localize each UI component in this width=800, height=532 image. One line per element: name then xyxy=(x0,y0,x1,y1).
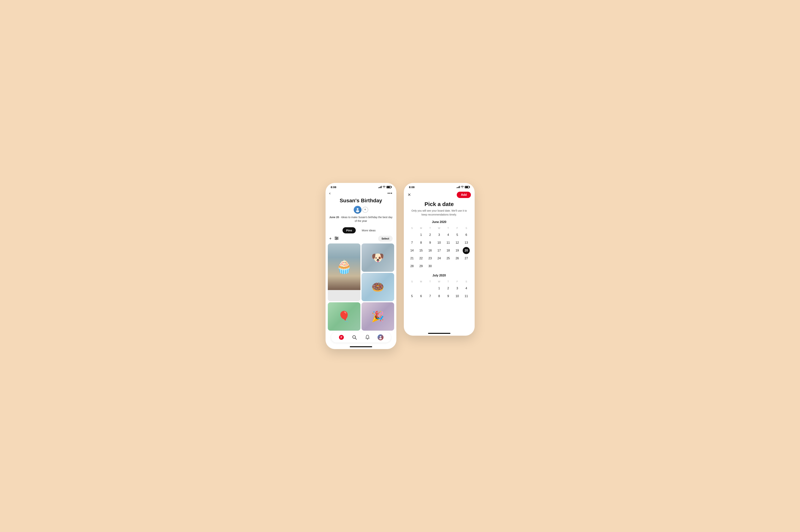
june-day-14[interactable]: 14 xyxy=(408,247,415,254)
board-desc-text: · Ideas to make Susan's birthday the bes… xyxy=(339,216,392,223)
day-header-f2: F xyxy=(453,280,462,284)
june-day-22[interactable]: 22 xyxy=(417,255,425,262)
board-description: June 20 · Ideas to make Susan's birthday… xyxy=(329,215,393,223)
june-empty-5 xyxy=(463,263,470,270)
nav-search-button[interactable] xyxy=(351,334,358,341)
june-day-8[interactable]: 8 xyxy=(417,239,425,246)
june-empty-3 xyxy=(445,263,452,270)
phone-date-picker: 8:08 ✕ Add Pick a date O xyxy=(404,183,475,336)
tabs-container: Pins More ideas xyxy=(325,226,396,236)
toolbar-left: + xyxy=(329,236,339,241)
june-day-3[interactable]: 3 xyxy=(435,231,443,239)
july-month-title: July 2020 xyxy=(408,274,471,277)
june-day-19[interactable]: 19 xyxy=(454,247,461,254)
july-day-4[interactable]: 4 xyxy=(463,285,470,292)
june-day-17[interactable]: 17 xyxy=(435,247,443,254)
board-title: Susan's Birthday xyxy=(329,198,393,204)
tab-more-ideas[interactable]: More ideas xyxy=(358,227,379,233)
add-button[interactable]: Add xyxy=(457,192,471,198)
june-day-24[interactable]: 24 xyxy=(435,255,443,262)
day-header-m2: M xyxy=(416,280,426,284)
june-empty-1 xyxy=(408,231,415,239)
back-button[interactable]: ‹ xyxy=(329,191,331,196)
june-day-1[interactable]: 1 xyxy=(417,231,425,239)
june-day-2[interactable]: 2 xyxy=(427,231,434,239)
home-indicator-2 xyxy=(428,333,450,334)
phone-board: 8:08 ‹ ••• Susan xyxy=(325,183,396,349)
july-day-11[interactable]: 11 xyxy=(463,293,470,300)
june-day-15[interactable]: 15 xyxy=(417,247,425,254)
svg-point-7 xyxy=(336,239,337,240)
avatar-container: + xyxy=(329,206,393,214)
date-picker-header: ✕ Add xyxy=(404,190,475,201)
search-icon xyxy=(352,335,357,340)
july-calendar-grid: S M T W T F S 1 2 3 4 5 6 7 8 9 xyxy=(408,280,471,300)
june-day-9[interactable]: 9 xyxy=(427,239,434,246)
pins-grid: 🧁 🐶 🍩 🎈 xyxy=(325,244,396,331)
june-day-28[interactable]: 28 xyxy=(408,263,415,270)
june-day-7[interactable]: 7 xyxy=(408,239,415,246)
july-day-5[interactable]: 5 xyxy=(408,293,415,300)
july-day-2[interactable]: 2 xyxy=(445,285,452,292)
nav-profile-button[interactable] xyxy=(377,334,384,341)
more-button[interactable]: ••• xyxy=(387,191,392,195)
avatar[interactable] xyxy=(354,206,361,214)
june-day-12[interactable]: 12 xyxy=(454,239,461,246)
svg-point-6 xyxy=(337,238,338,239)
status-bar-2: 8:08 xyxy=(404,183,475,190)
june-empty-4 xyxy=(454,263,461,270)
day-header-sa2: S xyxy=(462,280,471,284)
june-day-30[interactable]: 30 xyxy=(427,263,434,270)
add-collaborator-button[interactable]: + xyxy=(362,207,368,213)
board-header: Susan's Birthday + June 20 · Ideas to ma… xyxy=(325,198,396,226)
pin-card-party[interactable]: 🎉 xyxy=(361,302,394,331)
june-day-5[interactable]: 5 xyxy=(454,231,461,239)
july-day-6[interactable]: 6 xyxy=(417,293,425,300)
tab-pins[interactable]: Pins xyxy=(342,227,356,233)
svg-point-13 xyxy=(379,338,382,339)
june-day-26[interactable]: 26 xyxy=(454,255,461,262)
july-day-10[interactable]: 10 xyxy=(454,293,461,300)
june-calendar-grid: S M T W T F S 1 2 3 4 5 6 7 8 9 10 xyxy=(408,226,471,270)
board-date: June 20 xyxy=(329,216,339,219)
july-day-3[interactable]: 3 xyxy=(454,285,461,292)
pin-card-donut[interactable]: 🍩 xyxy=(361,273,394,301)
june-day-29[interactable]: 29 xyxy=(417,263,425,270)
day-header-m1: M xyxy=(416,226,426,231)
nav-home-button[interactable]: P xyxy=(338,334,345,341)
july-day-1[interactable]: 1 xyxy=(435,285,443,292)
july-day-9[interactable]: 9 xyxy=(445,293,452,300)
june-day-13[interactable]: 13 xyxy=(463,239,470,246)
june-day-23[interactable]: 23 xyxy=(427,255,434,262)
june-day-11[interactable]: 11 xyxy=(445,239,452,246)
june-day-10[interactable]: 10 xyxy=(435,239,443,246)
toolbar: + Select xyxy=(325,236,396,244)
july-day-7[interactable]: 7 xyxy=(427,293,434,300)
bottom-nav: P xyxy=(331,332,391,343)
close-button[interactable]: ✕ xyxy=(408,192,411,197)
nav-bar-1: ‹ ••• xyxy=(325,190,396,198)
june-day-27[interactable]: 27 xyxy=(463,255,470,262)
june-day-20-selected[interactable]: 20 xyxy=(463,247,470,254)
june-day-18[interactable]: 18 xyxy=(445,247,452,254)
select-button[interactable]: Select xyxy=(378,236,392,242)
june-day-6[interactable]: 6 xyxy=(463,231,470,239)
status-time-1: 8:08 xyxy=(331,186,336,189)
pin-card-cupcake[interactable]: 🧁 xyxy=(328,244,360,301)
day-header-s2: S xyxy=(408,280,417,284)
add-pin-button[interactable]: + xyxy=(329,236,332,241)
june-day-16[interactable]: 16 xyxy=(427,247,434,254)
june-day-4[interactable]: 4 xyxy=(445,231,452,239)
filter-button[interactable] xyxy=(335,236,339,241)
july-day-8[interactable]: 8 xyxy=(435,293,443,300)
nav-bell-button[interactable] xyxy=(364,334,371,341)
home-indicator-1 xyxy=(350,346,372,347)
pin-card-balloons[interactable]: 🎈 xyxy=(328,302,360,331)
calendar-spacer xyxy=(408,270,471,274)
pin-card-dog[interactable]: 🐶 xyxy=(361,244,394,272)
profile-avatar-icon xyxy=(378,335,383,339)
june-day-21[interactable]: 21 xyxy=(408,255,415,262)
status-icons-2 xyxy=(457,186,469,188)
svg-point-0 xyxy=(357,208,358,210)
june-day-25[interactable]: 25 xyxy=(445,255,452,262)
